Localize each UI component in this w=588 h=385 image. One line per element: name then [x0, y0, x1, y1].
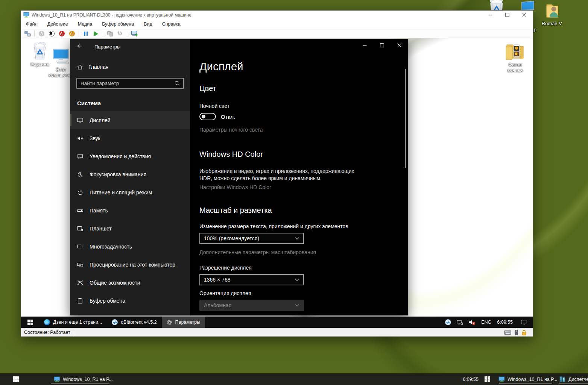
- vm-close-button[interactable]: [516, 11, 533, 19]
- sidebar-item-notifications[interactable]: Уведомления и действия: [70, 147, 190, 165]
- qbittorrent-tray-icon[interactable]: qb: [445, 319, 451, 325]
- back-button[interactable]: [77, 43, 83, 50]
- guest-folder-icon[interactable]: Фигня всякая: [500, 42, 530, 73]
- vmconnect-app-icon: [23, 12, 29, 18]
- hyperv-manager-icon: [559, 376, 566, 382]
- hdr-settings-link[interactable]: Настройки Windows HD Color: [199, 184, 408, 190]
- taskbar-tab-edge[interactable]: Дзен и еще 1 страни...: [39, 317, 107, 328]
- host-start-button-right[interactable]: [485, 373, 490, 385]
- multitask-windows-icon: [76, 243, 84, 250]
- sidebar-item-power[interactable]: Питание и спящий режим: [70, 183, 190, 202]
- host-user-folder-icon[interactable]: Roman V.: [541, 2, 564, 26]
- color-section-title: Цвет: [199, 84, 408, 93]
- settings-search-box[interactable]: [76, 78, 184, 89]
- lock-icon: [521, 330, 527, 335]
- turn-off-button[interactable]: [48, 30, 55, 37]
- settings-window: Параметры Главная Система Дисплей: [70, 39, 408, 315]
- vmconnect-app-icon: [498, 376, 505, 382]
- guest-desktop: Корзина Этот компьютер Фигня вся: [21, 38, 533, 328]
- scale-dropdown[interactable]: 100% (рекомендуется): [199, 233, 304, 244]
- sidebar-item-sound[interactable]: Звук: [70, 129, 190, 147]
- vm-minimize-button[interactable]: [482, 11, 499, 19]
- resume-button[interactable]: [93, 30, 99, 37]
- settings-scrollbar-thumb[interactable]: [405, 69, 406, 168]
- stop-icon: [49, 31, 55, 36]
- night-light-toggle[interactable]: [199, 113, 216, 120]
- nav-home-label: Главная: [88, 64, 108, 70]
- guest-start-button[interactable]: [21, 317, 39, 328]
- vm-statusbar: Состояние: Работает: [21, 328, 533, 336]
- menu-action[interactable]: Действие: [43, 21, 73, 27]
- settings-maximize-button[interactable]: [373, 39, 390, 52]
- vm-maximize-button[interactable]: [499, 11, 516, 19]
- nav-home[interactable]: Главная: [70, 50, 190, 70]
- checkpoint-button[interactable]: [106, 30, 113, 37]
- volume-muted-icon[interactable]: [469, 319, 476, 325]
- settings-search-input[interactable]: [77, 80, 174, 86]
- storage-bar-icon: [76, 207, 84, 214]
- step-play-icon: [94, 32, 99, 36]
- sidebar-item-focus[interactable]: Фокусировка внимания: [70, 165, 190, 183]
- taskbar-active-underline: [499, 383, 552, 384]
- sidebar-item-tablet[interactable]: Планшет: [70, 220, 190, 238]
- clipboard-icon: [76, 297, 84, 304]
- sidebar-item-shared-experiences[interactable]: Общие возможности: [70, 274, 190, 292]
- action-center-icon[interactable]: [521, 319, 527, 325]
- language-indicator[interactable]: ENG: [481, 320, 491, 325]
- windows-logo-icon: [27, 320, 33, 325]
- settings-close-button[interactable]: [390, 39, 408, 52]
- menu-view[interactable]: Вид: [139, 21, 157, 27]
- settings-minimize-button[interactable]: [356, 39, 373, 52]
- folder-with-pictures-icon: [504, 42, 526, 61]
- enhanced-session-button[interactable]: [131, 30, 139, 37]
- shared-experiences-icon: [76, 279, 84, 286]
- host-start-button-left[interactable]: [13, 373, 19, 385]
- sidebar-item-display[interactable]: Дисплей: [70, 111, 190, 129]
- orientation-label: Ориентация дисплея: [199, 290, 408, 296]
- windows-logo-icon: [13, 376, 19, 382]
- start-vm-button[interactable]: [38, 30, 45, 37]
- notification-bubble-icon: [76, 153, 84, 160]
- sidebar-item-clipboard[interactable]: Буфер обмена: [70, 292, 190, 310]
- sidebar-item-projecting[interactable]: Проецирование на этот компьютер: [70, 256, 190, 274]
- menu-file[interactable]: Файл: [21, 21, 43, 27]
- qbittorrent-icon: qb: [112, 319, 118, 325]
- chevron-down-icon: [295, 304, 299, 307]
- blue-monitor-icon: [521, 1, 535, 11]
- ctrl-alt-del-button[interactable]: [24, 30, 31, 37]
- host-clock[interactable]: 6:09:55: [456, 373, 479, 385]
- sound-icon: [76, 135, 84, 142]
- gear-icon: [167, 320, 172, 325]
- shutdown-button[interactable]: [58, 30, 65, 37]
- taskbar-tab-qbittorrent[interactable]: qb qBittorrent v4.5.2: [107, 317, 161, 328]
- menu-media[interactable]: Медиа: [73, 21, 97, 27]
- pause-icon: [84, 32, 88, 36]
- resolution-label: Разрешение дисплея: [199, 265, 408, 271]
- vmconnect-window: Windows_10_R1 на PROLIANT-DL380 - подклю…: [21, 10, 533, 336]
- settings-main-content: Дисплей Цвет Ночной свет Откл. Параметры…: [190, 39, 408, 315]
- save-state-button[interactable]: [68, 30, 75, 37]
- toolbar-separator: [103, 31, 103, 37]
- home-icon: [77, 64, 83, 70]
- chevron-down-icon: [295, 278, 299, 281]
- sidebar-item-storage[interactable]: Память: [70, 202, 190, 220]
- night-light-label: Ночной свет: [199, 103, 408, 109]
- toolbar-separator: [127, 31, 127, 37]
- menu-help[interactable]: Справка: [157, 21, 185, 27]
- pause-button[interactable]: [82, 30, 89, 37]
- moon-icon: [76, 171, 84, 178]
- sidebar-item-multitasking[interactable]: Многозадачность: [70, 238, 190, 256]
- orientation-dropdown[interactable]: Альбомная: [199, 300, 304, 311]
- revert-button[interactable]: [117, 30, 123, 37]
- menu-clipboard[interactable]: Буфер обмена: [97, 21, 139, 27]
- keyboard-icon: [504, 330, 511, 335]
- vm-titlebar[interactable]: Windows_10_R1 на PROLIANT-DL380 - подклю…: [21, 11, 533, 19]
- resolution-dropdown[interactable]: 1366 × 768: [199, 274, 304, 285]
- network-icon[interactable]: [457, 319, 463, 325]
- taskbar-tab-settings[interactable]: Параметры: [162, 317, 205, 328]
- advanced-scaling-link[interactable]: Дополнительные параметры масштабирования: [199, 249, 408, 255]
- host-partial-desktop-icon[interactable]: [520, 1, 536, 11]
- night-light-settings-link[interactable]: Параметры ночного света: [199, 127, 408, 133]
- power-icon: [76, 189, 84, 196]
- guest-clock[interactable]: 6:09:55: [497, 320, 513, 325]
